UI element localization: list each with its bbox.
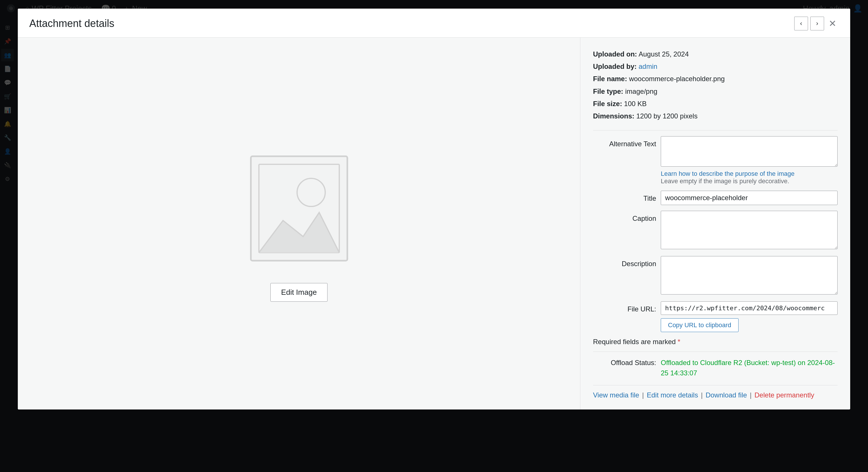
sep-2: |: [701, 391, 703, 399]
edit-image-button[interactable]: Edit Image: [270, 283, 327, 302]
required-text: Required fields are marked: [593, 338, 676, 345]
modal-body: Edit Image Uploaded on: August 25, 2024 …: [18, 38, 850, 409]
alt-text-wrap: Learn how to describe the purpose of the…: [661, 136, 838, 185]
description-group: Description: [593, 256, 838, 296]
file-url-group: File URL: Copy URL to clipboard: [593, 301, 838, 332]
caption-label: Caption: [593, 211, 656, 224]
uploaded-on-label: Uploaded on:: [593, 50, 637, 58]
divider-3: [593, 385, 838, 385]
uploaded-by-value[interactable]: admin: [639, 63, 657, 70]
file-name-row: File name: woocommerce-placeholder.png: [593, 72, 838, 85]
divider-1: [593, 130, 838, 131]
required-star: *: [678, 338, 680, 345]
description-label: Description: [593, 256, 656, 269]
alt-text-input[interactable]: [661, 136, 838, 167]
uploaded-by-label: Uploaded by:: [593, 63, 637, 70]
dimensions-row: Dimensions: 1200 by 1200 pixels: [593, 110, 838, 122]
footer-links: View media file | Edit more details | Do…: [593, 391, 838, 399]
uploaded-on-row: Uploaded on: August 25, 2024: [593, 48, 838, 60]
prev-attachment-button[interactable]: ‹: [794, 16, 808, 30]
image-panel: Edit Image: [18, 38, 580, 409]
file-size-value: 100 KB: [624, 100, 647, 107]
learn-alt-text-link[interactable]: Learn how to describe the purpose of the…: [661, 170, 838, 177]
description-input[interactable]: [661, 256, 838, 295]
required-note: Required fields are marked *: [593, 338, 838, 346]
sep-3: |: [750, 391, 751, 399]
modal-nav: ‹ › ✕: [794, 16, 839, 30]
file-name-value: woocommerce-placeholder.png: [629, 75, 725, 82]
close-modal-button[interactable]: ✕: [826, 18, 839, 29]
title-wrap: [661, 191, 838, 205]
file-info-section: Uploaded on: August 25, 2024 Uploaded by…: [593, 48, 838, 122]
title-label: Title: [593, 191, 656, 203]
modal-header: Attachment details ‹ › ✕: [18, 9, 850, 38]
file-size-label: File size:: [593, 100, 622, 107]
placeholder-image-svg: [239, 148, 360, 269]
caption-wrap: [661, 211, 838, 250]
attachment-details-modal: Attachment details ‹ › ✕: [18, 9, 850, 409]
file-type-label: File type:: [593, 88, 623, 95]
title-input[interactable]: [661, 191, 838, 205]
download-file-link[interactable]: Download file: [706, 391, 747, 399]
alt-text-group: Alternative Text Learn how to describe t…: [593, 136, 838, 185]
offload-status-group: Offload Status: Offloaded to Cloudflare …: [593, 358, 838, 378]
copy-url-button[interactable]: Copy URL to clipboard: [661, 318, 739, 332]
file-url-label: File URL:: [593, 301, 656, 314]
next-attachment-button[interactable]: ›: [810, 16, 824, 30]
sep-1: |: [642, 391, 644, 399]
title-group: Title: [593, 191, 838, 205]
file-type-row: File type: image/png: [593, 85, 838, 98]
file-name-label: File name:: [593, 75, 627, 82]
caption-input[interactable]: [661, 211, 838, 249]
offload-label: Offload Status:: [593, 358, 656, 367]
alt-text-label: Alternative Text: [593, 136, 656, 149]
file-url-wrap: Copy URL to clipboard: [661, 301, 838, 332]
file-size-row: File size: 100 KB: [593, 98, 838, 110]
view-media-file-link[interactable]: View media file: [593, 391, 639, 399]
dimensions-label: Dimensions:: [593, 112, 634, 120]
caption-group: Caption: [593, 211, 838, 250]
learn-note: Leave empty if the image is purely decor…: [661, 177, 789, 185]
delete-permanently-link[interactable]: Delete permanently: [755, 391, 814, 399]
uploaded-by-row: Uploaded by: admin: [593, 60, 838, 72]
divider-2: [593, 351, 838, 352]
svg-rect-3: [251, 156, 347, 261]
edit-more-details-link[interactable]: Edit more details: [647, 391, 698, 399]
uploaded-on-value: August 25, 2024: [639, 50, 689, 58]
modal-title: Attachment details: [29, 18, 114, 30]
modal-overlay: Attachment details ‹ › ✕: [0, 0, 868, 472]
file-type-value: image/png: [625, 88, 657, 95]
image-preview: [233, 145, 365, 272]
offload-value: Offloaded to Cloudflare R2 (Bucket: wp-t…: [661, 358, 838, 378]
details-panel: Uploaded on: August 25, 2024 Uploaded by…: [580, 38, 850, 409]
dimensions-value: 1200 by 1200 pixels: [637, 112, 698, 120]
description-wrap: [661, 256, 838, 296]
file-url-input[interactable]: [661, 301, 838, 315]
